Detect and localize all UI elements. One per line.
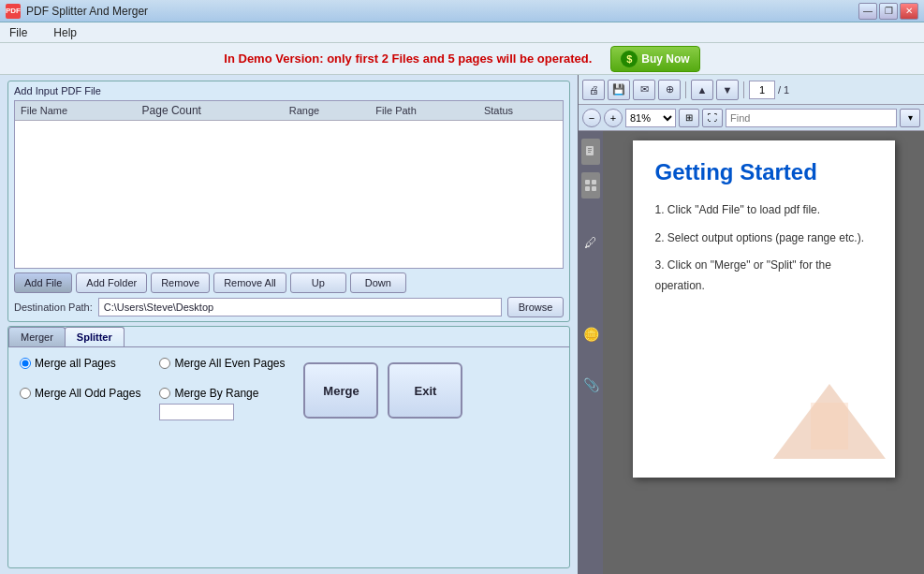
input-group-label: Add Input PDF File (14, 85, 564, 96)
email-button[interactable]: ✉ (633, 80, 655, 100)
print-button[interactable]: 🖨 (582, 80, 605, 100)
radio-merge-all-pages-input[interactable] (20, 358, 31, 369)
destination-row: Destination Path: Browse (14, 297, 564, 317)
col-file-path: File Path (370, 101, 478, 121)
fit-page-button[interactable]: ⊞ (679, 109, 699, 127)
viewer-toolbar: 🖨 💾 ✉ ⊕ ▲ ▼ / 1 (579, 75, 924, 105)
viewer-toolbar2: − + 81% 50% 75% 100% 125% 150% ⊞ ⛶ ▾ (579, 105, 924, 131)
app-title: PDF Splitter And Merger (26, 5, 148, 18)
svg-rect-6 (585, 186, 590, 191)
paperclip-icon[interactable]: 📎 (580, 375, 601, 395)
menu-file[interactable]: File (4, 24, 33, 41)
pdf-instruction-1: 1. Click "Add File" to load pdf file. (655, 200, 873, 221)
page-number-input[interactable] (749, 81, 775, 99)
col-range: Range (284, 101, 371, 121)
toolbar-separator2 (743, 81, 744, 98)
browse-button[interactable]: Browse (507, 297, 564, 317)
svg-rect-7 (592, 186, 596, 191)
svg-rect-5 (592, 180, 596, 184)
pdf-viewer-panel: 🖨 💾 ✉ ⊕ ▲ ▼ / 1 − + 81% 50% 75% 100% 125 (578, 75, 924, 574)
radio-merge-all-even[interactable]: Merge All Even Pages (159, 357, 285, 370)
col-page-count: Page Count (137, 101, 284, 121)
full-screen-button[interactable]: ⛶ (702, 109, 723, 127)
menu-help[interactable]: Help (48, 24, 82, 41)
col-status: Status (478, 101, 563, 121)
merge-button[interactable]: Merge (303, 362, 378, 419)
add-folder-button[interactable]: Add Folder (76, 272, 147, 293)
col-file-name: File Name (15, 101, 137, 121)
pdf-page: Getting Started 1. Click "Add File" to l… (633, 140, 895, 478)
svg-rect-1 (588, 148, 592, 149)
tab-content-merger: Merge all Pages Merge All Odd Pages (8, 347, 569, 437)
left-panel: Add Input PDF File File Name Page Count … (0, 75, 578, 574)
svg-rect-2 (588, 150, 592, 151)
pdf-instruction-2: 2. Select output options (page range etc… (655, 228, 873, 249)
exit-button[interactable]: Exit (388, 362, 462, 419)
tab-merger[interactable]: Merger (8, 327, 66, 346)
viewer-scroll-area[interactable]: Getting Started 1. Click "Add File" to l… (603, 131, 924, 574)
toolbar-separator (685, 81, 686, 98)
radio-merge-range-input[interactable] (159, 388, 170, 399)
tab-splitter[interactable]: Splitter (65, 327, 125, 346)
svg-rect-4 (585, 180, 590, 184)
viewer-body: 🖊 🪙 📎 Getting Started 1. Click "Add File… (579, 131, 924, 574)
titlebar: PDF PDF Splitter And Merger — ❐ ✕ (0, 0, 924, 22)
remove-all-button[interactable]: Remove All (213, 272, 286, 293)
coin-icon[interactable]: 🪙 (580, 324, 601, 345)
merge-buttons-group: Merge Exit (303, 362, 462, 419)
zoom-in-button[interactable]: + (604, 109, 623, 127)
tabs-area: Merger Splitter Merge all Pages (7, 326, 570, 568)
page-total: 1 (784, 84, 789, 96)
up-button[interactable]: Up (290, 272, 346, 293)
viewer-sidebar: 🖊 🪙 📎 (579, 131, 603, 574)
remove-button[interactable]: Remove (151, 272, 210, 293)
pdf-page-body: 1. Click "Add File" to load pdf file. 2.… (655, 200, 873, 296)
save-button[interactable]: 💾 (608, 80, 630, 100)
radio-merge-all-pages[interactable]: Merge all Pages (20, 357, 116, 370)
find-button[interactable]: ▾ (900, 109, 920, 127)
find-input[interactable] (726, 109, 897, 127)
range-text-input[interactable] (159, 404, 234, 420)
svg-rect-3 (588, 152, 591, 153)
triangle-decoration (773, 384, 886, 459)
input-pdf-group: Add Input PDF File File Name Page Count … (7, 81, 570, 322)
pdf-page-title: Getting Started (655, 159, 873, 185)
minimize-button[interactable]: — (858, 3, 877, 20)
destination-label: Destination Path: (14, 302, 93, 313)
zoom-select[interactable]: 81% 50% 75% 100% 125% 150% (625, 109, 676, 127)
restore-button[interactable]: ❐ (879, 3, 898, 20)
buy-now-button[interactable]: $ Buy Now (610, 46, 699, 72)
annotation-icon[interactable]: 🖊 (580, 232, 601, 253)
action-buttons-row: Add File Add Folder Remove Remove All Up… (14, 272, 564, 293)
demo-notice-bar: In Demo Version: only first 2 Files and … (0, 43, 924, 75)
sidebar-pages-button[interactable] (581, 139, 600, 165)
svg-marker-9 (811, 403, 848, 449)
radio-merge-by-range[interactable]: Merge By Range (159, 387, 258, 400)
page-up-button[interactable]: ▲ (691, 80, 713, 100)
tab-row: Merger Splitter (8, 327, 569, 347)
close-button[interactable]: ✕ (900, 3, 918, 20)
sidebar-thumbs-button[interactable] (581, 172, 600, 199)
radio-merge-odd-input[interactable] (20, 388, 31, 399)
app-icon: PDF (6, 4, 21, 19)
file-table-wrapper: File Name Page Count Range File Path Sta… (14, 100, 564, 269)
radio-merge-all-odd[interactable]: Merge All Odd Pages (20, 387, 140, 400)
destination-input[interactable] (98, 298, 502, 316)
nav-button[interactable]: ⊕ (658, 80, 681, 100)
dollar-icon: $ (621, 51, 638, 67)
window-controls: — ❐ ✕ (858, 3, 918, 20)
down-button[interactable]: Down (350, 272, 406, 293)
page-down-button[interactable]: ▼ (716, 80, 739, 100)
pdf-instruction-3: 3. Click on "Merge" or "Split" for the o… (655, 256, 873, 296)
radio-merge-even-input[interactable] (159, 358, 170, 369)
page-navigation: / 1 (749, 81, 789, 99)
file-table: File Name Page Count Range File Path Sta… (15, 101, 563, 121)
page-separator: / (778, 84, 781, 96)
add-file-button[interactable]: Add File (14, 272, 72, 293)
menubar: File Help (0, 22, 924, 43)
demo-text: In Demo Version: only first 2 Files and … (224, 52, 592, 66)
zoom-out-button[interactable]: − (582, 109, 601, 127)
